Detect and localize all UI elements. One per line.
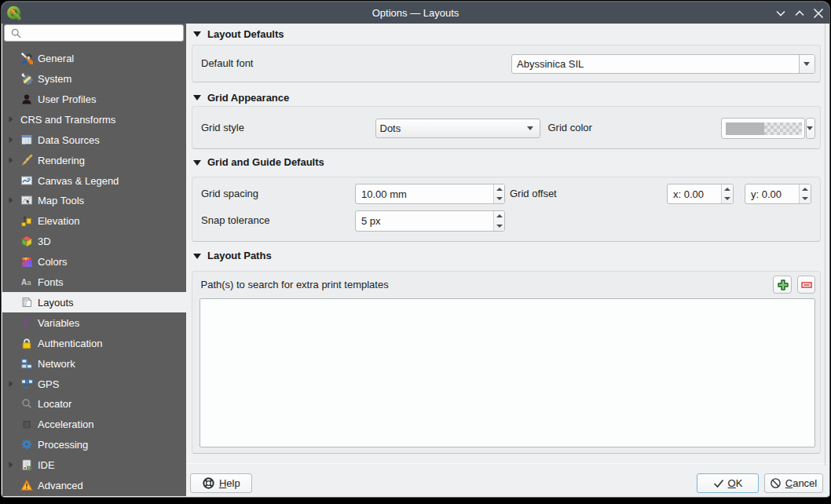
- svg-text:a: a: [27, 279, 31, 287]
- svg-text:A: A: [21, 278, 27, 287]
